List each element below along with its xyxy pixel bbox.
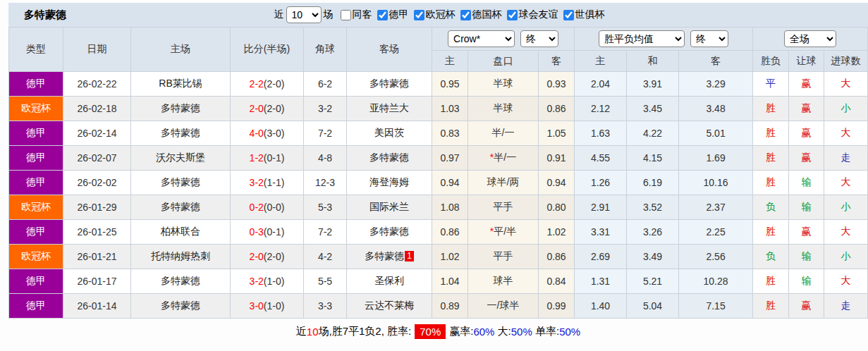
match-row: 德甲26-02-07沃尔夫斯堡1-2(0-1)4-8多特蒙德0.97*半/一0.… — [9, 146, 868, 171]
champions-league-checkbox[interactable] — [414, 10, 424, 20]
same-away-filter[interactable]: 同客 — [336, 8, 372, 21]
league-filter-friendly[interactable]: 球会友谊 — [502, 8, 558, 21]
bookmaker-time-select[interactable]: 终 — [520, 30, 558, 47]
topbar: 多特蒙德 近 10 场 同客 德甲 欧冠杯 — [8, 3, 868, 27]
home-team-cell: 沃尔夫斯堡 — [131, 146, 231, 171]
league-filter-champions-league[interactable]: 欧冠杯 — [409, 8, 456, 21]
friendly-checkbox[interactable] — [507, 10, 518, 20]
page: 多特蒙德 近 10 场 同客 德甲 欧冠杯 — [0, 0, 868, 344]
summary-text: 50% — [559, 326, 580, 338]
goals-result-cell: 走 — [824, 146, 868, 171]
handicap-result-cell: 赢 — [789, 220, 824, 245]
away-team-cell: 云达不莱梅 — [347, 294, 432, 319]
col-goals-header: 进球数 — [824, 51, 868, 72]
col-score-header: 比分(半场) — [231, 27, 304, 72]
match-date-cell: 26-02-22 — [63, 72, 131, 97]
team-title: 多特蒙德 — [24, 8, 66, 22]
average-odds-controls: 胜平负均值 终 — [575, 27, 753, 51]
corner-count-cell: 7-2 — [304, 220, 347, 245]
club-world-cup-checkbox[interactable] — [563, 10, 574, 20]
handicap-result-cell: 赢 — [789, 121, 824, 146]
score-cell: 3-2(1-1) — [231, 171, 304, 195]
full-time-score: 0-3 — [250, 226, 264, 238]
average-time-select[interactable]: 终 — [690, 30, 728, 47]
half-time-score: (1-0) — [264, 276, 285, 287]
avg-home-odds-cell: 2.12 — [575, 97, 627, 121]
asian-away-odds-cell: 0.80 — [539, 195, 575, 220]
avg-away-odds-cell: 2.56 — [679, 245, 753, 269]
avg-away-odds-cell: 2.37 — [679, 195, 753, 220]
full-time-score: 3-2 — [250, 276, 264, 287]
scope-select[interactable]: 全场 — [784, 30, 836, 47]
col-date-header: 日期 — [63, 27, 131, 72]
avg-draw-odds-cell: 3.91 — [627, 72, 679, 97]
full-time-score: 2-0 — [250, 103, 264, 114]
league-filter-german-cup[interactable]: 德国杯 — [456, 8, 502, 21]
avg-away-odds-cell: 5.01 — [679, 121, 753, 146]
asian-home-odds-cell: 1.03 — [432, 97, 468, 121]
avg-home-odds-cell: 1.31 — [575, 269, 627, 294]
away-team-cell: 圣保利 — [347, 269, 432, 294]
col-away-header: 客场 — [347, 27, 432, 72]
handicap-cell: 半/一 — [468, 121, 539, 146]
half-time-score: (2-0) — [264, 78, 285, 90]
avg-draw-odds-cell: 3.26 — [627, 220, 679, 245]
league-filter-club-world-cup[interactable]: 世俱杯 — [558, 8, 605, 21]
asian-home-odds-cell: 0.86 — [432, 220, 468, 245]
corner-count-cell: 3-2 — [304, 97, 347, 121]
average-odds-select[interactable]: 胜平负均值 — [599, 30, 685, 47]
full-time-score: 3-2 — [250, 177, 264, 188]
home-team-cell: 托特纳姆热刺 — [131, 245, 231, 269]
home-team-cell: 多特蒙德 — [131, 121, 231, 146]
league-type-cell: 德甲 — [9, 121, 63, 146]
avg-away-odds-cell: 10.16 — [679, 171, 753, 195]
match-date-cell: 26-02-14 — [63, 121, 131, 146]
summary-text: 近 — [296, 325, 307, 338]
match-row: 欧冠杯26-01-21托特纳姆热刺2-0(2-0)4-2多特蒙德11.02平手0… — [9, 245, 868, 269]
handicap-cell: 平手 — [468, 195, 539, 220]
half-time-score: (0-1) — [264, 226, 285, 238]
avg-away-odds-cell: 3.29 — [679, 72, 753, 97]
league-filter-bundesliga[interactable]: 德甲 — [372, 8, 409, 21]
control-header-row: 类型 日期 主场 比分(半场) 角球 客场 Crow* 终 — [9, 27, 868, 51]
away-team-cell: 多特蒙德 — [347, 146, 432, 171]
match-row: 德甲26-01-14多特蒙德3-0(1-0)3-3云达不莱梅0.89一/球半0.… — [9, 294, 868, 319]
summary-text: 50% — [511, 326, 532, 338]
handicap-result-cell: 输 — [789, 195, 824, 220]
away-team-cell: 亚特兰大 — [347, 97, 432, 121]
handicap-result-cell: 输 — [789, 245, 824, 269]
same-away-label: 同客 — [353, 8, 372, 21]
asian-away-odds-cell: 0.86 — [539, 97, 575, 121]
avg-away-odds-cell: 1.69 — [679, 146, 753, 171]
match-result-cell: 胜 — [753, 171, 789, 195]
team-match-history-widget: 多特蒙德 近 10 场 同客 德甲 欧冠杯 — [8, 3, 868, 344]
goals-result-cell: 大 — [824, 171, 868, 195]
handicap-change-star: * — [490, 152, 494, 163]
match-date-cell: 26-01-29 — [63, 195, 131, 220]
score-cell: 2-0(2-0) — [231, 245, 304, 269]
half-time-score: (2-0) — [264, 103, 285, 114]
full-time-score: 1-2 — [250, 152, 264, 164]
league-type-cell: 德甲 — [9, 220, 63, 245]
match-result-cell: 平 — [753, 72, 789, 97]
corner-count-cell: 4-2 — [304, 245, 347, 269]
score-cell: 1-2(0-1) — [231, 146, 304, 171]
summary-text: 60% — [473, 326, 494, 338]
avg-draw-odds-cell: 6.19 — [627, 171, 679, 195]
bundesliga-checkbox[interactable] — [377, 10, 388, 20]
match-row: 德甲26-02-14多特蒙德4-0(3-0)7-2美因茨0.83半/一1.051… — [9, 121, 868, 146]
league-type-cell: 欧冠杯 — [9, 245, 63, 269]
league-type-cell: 德甲 — [9, 269, 63, 294]
same-away-checkbox[interactable] — [341, 10, 351, 20]
avg-home-odds-cell: 2.04 — [575, 72, 627, 97]
bookmaker-select[interactable]: Crow* — [448, 30, 515, 47]
handicap-cell: 一/球半 — [468, 294, 539, 319]
half-time-score: (3-0) — [264, 128, 285, 139]
club-world-cup-label: 世俱杯 — [575, 8, 605, 21]
asian-home-odds-cell: 0.94 — [432, 171, 468, 195]
asian-home-odds-cell: 0.89 — [432, 294, 468, 319]
avg-draw-odds-cell: 3.49 — [627, 245, 679, 269]
league-type-cell: 德甲 — [9, 294, 63, 319]
recent-count-select[interactable]: 10 — [286, 6, 322, 23]
german-cup-checkbox[interactable] — [460, 10, 471, 20]
